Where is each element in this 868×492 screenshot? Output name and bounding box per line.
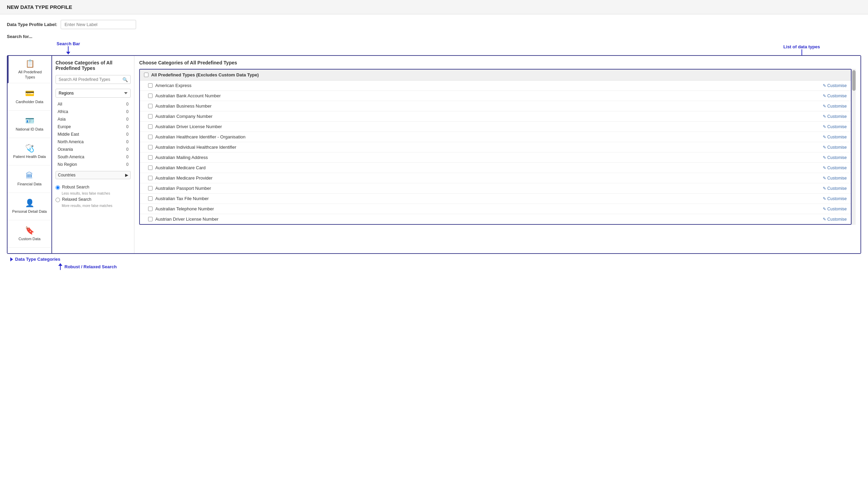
financial-icon: 🏛 xyxy=(26,171,33,180)
aus-medicare-card-checkbox[interactable] xyxy=(148,165,153,170)
region-africa[interactable]: Africa 0 xyxy=(56,108,131,115)
sidebar: 📋 All PredefinedTypes 💳 Cardholder Data … xyxy=(8,56,52,253)
annotation-data-categories: Data Type Categories xyxy=(15,257,60,262)
aus-healthcare-org-customise[interactable]: ✎ Customise xyxy=(823,135,847,139)
type-row-austrian-driver[interactable]: Austrian Driver License Number ✎ Customi… xyxy=(140,214,851,224)
region-asia-label: Asia xyxy=(58,117,65,122)
aus-individual-customise[interactable]: ✎ Customise xyxy=(823,145,847,150)
relaxed-radio[interactable] xyxy=(56,198,60,202)
type-row-aus-business[interactable]: Australian Business Number ✎ Customise xyxy=(140,101,851,111)
type-row-aus-healthcare-org[interactable]: Australian Healthcare Identifier - Organ… xyxy=(140,132,851,142)
right-panel: Choose Categories of All Predefined Type… xyxy=(134,56,860,253)
austrian-driver-label: Austrian Driver License Number xyxy=(155,217,820,222)
aus-individual-checkbox[interactable] xyxy=(148,145,153,149)
sidebar-item-financial[interactable]: 🏛 Financial Data xyxy=(8,165,51,193)
aus-bank-checkbox[interactable] xyxy=(148,94,153,98)
type-row-aus-driver[interactable]: Australian Driver License Number ✎ Custo… xyxy=(140,122,851,132)
region-all-label: All xyxy=(58,102,62,107)
amex-checkbox[interactable] xyxy=(148,83,153,88)
annotation-search-bar: Search Bar xyxy=(57,41,80,46)
region-south-america-label: South America xyxy=(58,155,84,159)
sidebar-item-national-id[interactable]: 🪪 National ID Data xyxy=(8,111,51,138)
sidebar-item-all-predefined[interactable]: 📋 All PredefinedTypes xyxy=(8,56,51,83)
predefined-icon: 📋 xyxy=(25,59,35,68)
aus-company-checkbox[interactable] xyxy=(148,114,153,119)
aus-tax-label: Australian Tax File Number xyxy=(155,196,820,201)
sidebar-item-custom[interactable]: 🔖 Custom Data xyxy=(8,220,51,248)
aus-medicare-provider-customise[interactable]: ✎ Customise xyxy=(823,176,847,181)
type-row-aus-medicare-card[interactable]: Australian Medicare Card ✎ Customise xyxy=(140,163,851,173)
search-icon: 🔍 xyxy=(122,77,128,82)
sidebar-item-personal[interactable]: 👤 Personal Detail Data xyxy=(8,193,51,220)
search-predefined-input[interactable] xyxy=(56,75,131,84)
sidebar-label-financial: Financial Data xyxy=(17,182,41,186)
type-row-aus-bank[interactable]: Australian Bank Account Number ✎ Customi… xyxy=(140,91,851,101)
robust-label[interactable]: Robust Search xyxy=(62,185,89,189)
aus-business-label: Australian Business Number xyxy=(155,103,820,109)
scrollbar-thumb[interactable] xyxy=(852,70,856,91)
aus-driver-customise[interactable]: ✎ Customise xyxy=(823,124,847,129)
bottom-annotations: Data Type Categories xyxy=(7,257,861,262)
aus-telephone-customise[interactable]: ✎ Customise xyxy=(823,207,847,211)
region-europe[interactable]: Europe 0 xyxy=(56,123,131,131)
aus-tax-customise[interactable]: ✎ Customise xyxy=(823,196,847,201)
sidebar-label-national-id: National ID Data xyxy=(16,127,44,132)
scrollbar[interactable] xyxy=(852,69,856,225)
regions-dropdown[interactable]: Regions xyxy=(56,89,131,98)
aus-passport-checkbox[interactable] xyxy=(148,186,153,190)
custom-icon: 🔖 xyxy=(25,226,34,235)
search-options: Robust Search Less results, less false m… xyxy=(56,185,131,208)
countries-label: Countries xyxy=(58,173,75,177)
region-list: All 0 Africa 0 Asia 0 Europe 0 xyxy=(56,100,131,168)
aus-passport-label: Australian Passport Number xyxy=(155,186,820,191)
region-south-america[interactable]: South America 0 xyxy=(56,153,131,161)
aus-bank-customise[interactable]: ✎ Customise xyxy=(823,94,847,98)
aus-business-checkbox[interactable] xyxy=(148,104,153,108)
aus-company-customise[interactable]: ✎ Customise xyxy=(823,114,847,119)
region-middle-east-count: 0 xyxy=(126,132,129,137)
region-middle-east-label: Middle East xyxy=(58,132,79,137)
region-north-america-count: 0 xyxy=(126,139,129,144)
aus-passport-customise[interactable]: ✎ Customise xyxy=(823,186,847,191)
profile-label-input[interactable] xyxy=(61,20,136,29)
aus-healthcare-org-checkbox[interactable] xyxy=(148,135,153,139)
region-asia[interactable]: Asia 0 xyxy=(56,115,131,123)
sidebar-label-all-predefined: All PredefinedTypes xyxy=(18,70,42,79)
sidebar-label-cardholder: Cardholder Data xyxy=(16,99,44,104)
countries-arrow: ▶ xyxy=(125,173,128,177)
type-row-amex[interactable]: American Express ✎ Customise xyxy=(140,81,851,91)
type-row-aus-telephone[interactable]: Australian Telephone Number ✎ Customise xyxy=(140,204,851,214)
aus-driver-checkbox[interactable] xyxy=(148,124,153,129)
type-row-aus-individual-healthcare[interactable]: Australian Individual Healthcare Identif… xyxy=(140,142,851,152)
aus-bank-label: Australian Bank Account Number xyxy=(155,93,820,98)
region-all[interactable]: All 0 xyxy=(56,100,131,108)
aus-company-label: Australian Company Number xyxy=(155,114,820,119)
robust-relaxed-annotation: Robust / Relaxed Search xyxy=(7,263,861,270)
region-oceania[interactable]: Oceania 0 xyxy=(56,146,131,153)
region-no-region[interactable]: No Region 0 xyxy=(56,161,131,168)
header-checkbox[interactable] xyxy=(144,73,148,77)
sidebar-label-custom: Custom Data xyxy=(19,236,40,241)
type-row-aus-passport[interactable]: Australian Passport Number ✎ Customise xyxy=(140,183,851,194)
aus-telephone-checkbox[interactable] xyxy=(148,207,153,211)
aus-business-customise[interactable]: ✎ Customise xyxy=(823,104,847,109)
aus-tax-checkbox[interactable] xyxy=(148,196,153,201)
relaxed-label[interactable]: Relaxed Search xyxy=(62,197,91,202)
aus-medicare-card-customise[interactable]: ✎ Customise xyxy=(823,165,847,170)
type-row-aus-company[interactable]: Australian Company Number ✎ Customise xyxy=(140,111,851,122)
austrian-driver-customise[interactable]: ✎ Customise xyxy=(823,217,847,222)
region-north-america[interactable]: North America 0 xyxy=(56,138,131,146)
countries-row[interactable]: Countries ▶ xyxy=(56,171,131,179)
aus-mailing-customise[interactable]: ✎ Customise xyxy=(823,155,847,160)
aus-mailing-checkbox[interactable] xyxy=(148,155,153,160)
type-row-aus-mailing[interactable]: Australian Mailing Address ✎ Customise xyxy=(140,152,851,163)
sidebar-item-patient-health[interactable]: 🩺 Patient Health Data xyxy=(8,138,51,165)
austrian-driver-checkbox[interactable] xyxy=(148,217,153,221)
amex-customise[interactable]: ✎ Customise xyxy=(823,83,847,88)
region-middle-east[interactable]: Middle East 0 xyxy=(56,131,131,138)
aus-medicare-provider-checkbox[interactable] xyxy=(148,176,153,180)
robust-radio[interactable] xyxy=(56,185,60,190)
type-row-aus-medicare-provider[interactable]: Australian Medicare Provider ✎ Customise xyxy=(140,173,851,183)
sidebar-item-cardholder[interactable]: 💳 Cardholder Data xyxy=(8,83,51,111)
type-row-aus-tax[interactable]: Australian Tax File Number ✎ Customise xyxy=(140,194,851,204)
